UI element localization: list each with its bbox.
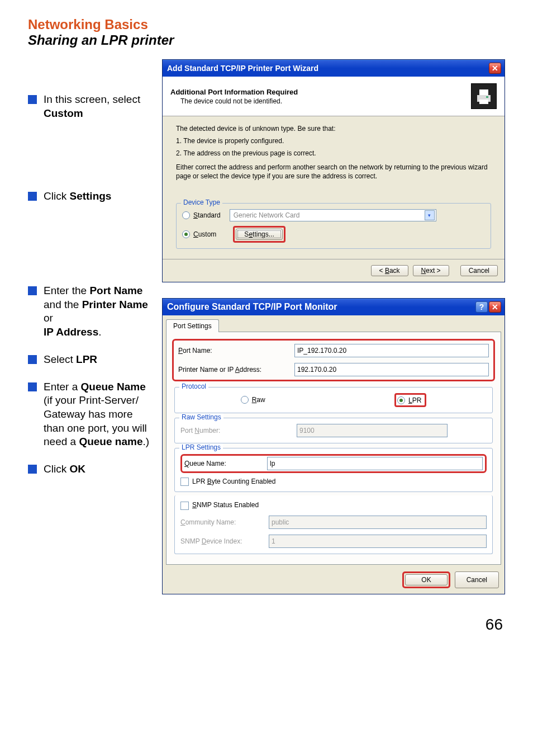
back-button[interactable]: < Back (371, 265, 408, 276)
port-number-input (297, 424, 448, 437)
group-legend: Raw Settings (179, 413, 223, 421)
close-icon[interactable]: ✕ (489, 63, 501, 74)
page-heading-2: Sharing an LPR printer (28, 32, 505, 48)
instr-bold: LPR (76, 353, 97, 365)
printer-icon (471, 83, 497, 109)
instr-bold: Queue Name (81, 381, 146, 393)
label-queue-name: Queue Name: (184, 460, 263, 467)
group-legend: LPR Settings (179, 443, 223, 451)
radio-label: tandard (198, 211, 221, 219)
wizard-header-sub: The device could not be identified. (170, 97, 298, 105)
radio-standard[interactable]: Standard (182, 211, 221, 219)
snmp-index-input (269, 535, 487, 548)
next-button[interactable]: Next > (413, 265, 449, 276)
tab-panel: Port Name: Printer Name or IP Address: P… (166, 332, 501, 565)
tab-port-settings[interactable]: Port Settings (166, 319, 219, 332)
snmp-group: SNMP Status Enabled Community Name: SNMP… (174, 495, 493, 554)
highlight-box: Port Name: Printer Name or IP Address: (172, 339, 495, 381)
bullet-icon (28, 95, 37, 104)
community-input (269, 516, 487, 529)
body-text: Either correct the address and perform a… (176, 163, 491, 181)
instr-bold: Settings (69, 190, 111, 202)
body-text: 2. The address on the previous page is c… (176, 149, 491, 158)
instr-text: Click (44, 190, 69, 202)
ip-address-input[interactable] (294, 363, 489, 376)
dialog-footer: OK Cancel (163, 568, 505, 594)
dialog-title: Configure Standard TCP/IP Port Monitor (167, 302, 337, 312)
chevron-down-icon: ▾ (425, 210, 435, 220)
instr-item: In this screen, select Custom (28, 93, 151, 120)
radio-label: ustom (198, 230, 217, 238)
wizard-dialog-2: Configure Standard TCP/IP Port Monitor ?… (162, 298, 505, 594)
body-text: 1. The device is properly configured. (176, 136, 491, 145)
dialog-title: Add Standard TCP/IP Printer Port Wizard (167, 64, 318, 73)
bullet-icon (28, 465, 37, 474)
protocol-group: Protocol Raw LPR (174, 387, 493, 413)
wizard-header-title: Additional Port Information Required (170, 88, 298, 96)
device-type-group: Device Type Standard Generic Network Car… (176, 203, 491, 249)
bullet-icon (28, 355, 37, 364)
screenshot-column: Add Standard TCP/IP Printer Port Wizard … (162, 59, 505, 610)
help-icon[interactable]: ? (475, 301, 488, 313)
instr-bold: OK (69, 463, 85, 475)
instr-text: Enter a (44, 381, 81, 393)
instr-bold: Custom (44, 107, 83, 119)
bullet-icon (28, 286, 37, 295)
group-legend: Protocol (179, 382, 208, 390)
close-icon[interactable]: ✕ (489, 301, 501, 313)
port-name-input[interactable] (294, 344, 489, 357)
instr-bold: Port Name (89, 285, 142, 296)
lpr-byte-checkbox[interactable]: LPR Byte Counting Enabled (180, 478, 487, 486)
label-snmp-index: SNMP Device Index: (180, 537, 264, 545)
instr-text: .) (142, 436, 149, 447)
instr-text: In this screen, select (44, 93, 140, 105)
label-port-name: Port Name: (178, 347, 290, 355)
raw-settings-group: Raw Settings Port Number: (174, 418, 493, 443)
tab-strip: Port Settings (163, 315, 505, 332)
bullet-icon (28, 192, 37, 201)
svg-rect-3 (486, 96, 488, 98)
instr-item: Enter the Port Name and the Printer Name… (28, 284, 151, 339)
label-ip-address: Printer Name or IP Address: (178, 366, 290, 374)
radio-custom[interactable]: Custom (182, 230, 216, 238)
wizard-dialog-1: Add Standard TCP/IP Printer Port Wizard … (162, 59, 505, 282)
snmp-enabled-checkbox[interactable]: SNMP Status Enabled (180, 501, 487, 509)
instr-item: Enter a Queue Name (if your Print-Server… (28, 380, 151, 449)
instr-text: and the (44, 299, 82, 310)
svg-rect-2 (479, 100, 488, 104)
label-port-number: Port Number: (180, 427, 292, 434)
cancel-button[interactable]: Cancel (460, 265, 498, 276)
instr-bold: Queue name (79, 436, 142, 447)
instr-item: Click Settings (28, 190, 151, 204)
page-number: 66 (28, 616, 505, 634)
label-community: Community Name: (180, 518, 264, 526)
instr-item: Click OK (28, 462, 151, 476)
page-heading-1: Networking Basics (28, 17, 505, 32)
ok-button[interactable]: OK (405, 574, 447, 585)
combo-value: Generic Network Card (234, 211, 300, 219)
instr-bold: Printer Name (82, 299, 148, 310)
instr-text: Enter the (44, 285, 89, 296)
instr-text: Select (44, 353, 76, 365)
wizard-body: The detected device is of unknown type. … (163, 116, 505, 259)
instr-text: or (44, 312, 53, 324)
instr-item: Select LPR (28, 353, 151, 367)
content-layout: In this screen, select Custom Click Sett… (28, 59, 505, 610)
lpr-settings-group: LPR Settings Queue Name: LPR Byte Counti… (174, 448, 493, 492)
svg-rect-1 (479, 89, 488, 95)
body-text: The detected device is of unknown type. … (176, 124, 491, 133)
settings-button[interactable]: Settings... (236, 229, 282, 240)
radio-raw[interactable]: Raw (241, 393, 265, 407)
wizard-footer: < Back Next > Cancel (163, 259, 505, 282)
group-legend: Device Type (181, 199, 222, 206)
standard-combo[interactable]: Generic Network Card ▾ (230, 209, 436, 221)
instr-text: . (98, 326, 101, 338)
titlebar: Add Standard TCP/IP Printer Port Wizard … (163, 60, 505, 77)
instr-bold: IP Address (44, 326, 98, 338)
cancel-button[interactable]: Cancel (455, 571, 499, 588)
titlebar: Configure Standard TCP/IP Port Monitor ?… (163, 299, 505, 315)
radio-lpr[interactable]: LPR (397, 396, 421, 404)
bullet-icon (28, 382, 37, 391)
instr-text: Click (44, 463, 69, 475)
queue-name-input[interactable] (267, 457, 483, 470)
